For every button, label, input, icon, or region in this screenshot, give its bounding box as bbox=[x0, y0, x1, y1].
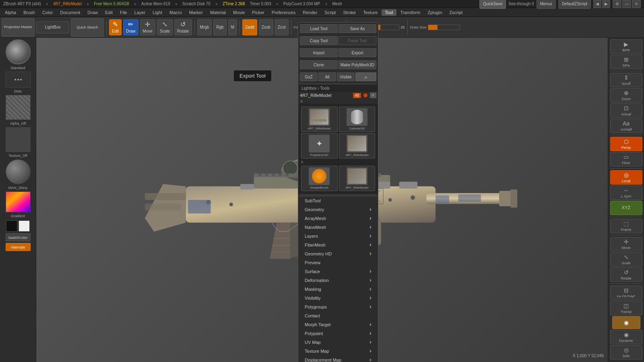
draw-size-slider[interactable] bbox=[428, 25, 460, 30]
export-button[interactable]: Export bbox=[339, 48, 376, 57]
thumb-polymesh[interactable]: ✦ PolyMesh3D bbox=[301, 133, 338, 158]
persp-button[interactable]: ⬡ Persp bbox=[610, 137, 642, 151]
tool-menu-item-texture-map[interactable]: Texture Map bbox=[298, 347, 378, 356]
transp-button[interactable]: ◫ Transp bbox=[610, 301, 642, 315]
switch-color-button[interactable]: SwitchColor bbox=[6, 233, 31, 241]
texture-preview[interactable] bbox=[6, 127, 31, 152]
scale-right-button[interactable]: ⤡ Scale bbox=[610, 252, 642, 267]
save-as-button[interactable]: Save As bbox=[339, 24, 376, 33]
tool-menu-item-masking[interactable]: Masking bbox=[298, 285, 378, 294]
xyz-button[interactable]: XYZ bbox=[610, 201, 642, 215]
tool-menu-item-surface[interactable]: Surface bbox=[298, 267, 378, 276]
menu-tool[interactable]: Tool bbox=[382, 9, 396, 16]
menu-marker[interactable]: Marker bbox=[186, 9, 206, 16]
nav-left-button[interactable]: ◀ bbox=[593, 0, 601, 8]
solo-button[interactable]: ◎ Solo bbox=[610, 345, 642, 360]
color-swatch[interactable] bbox=[6, 191, 31, 212]
goz-button[interactable]: GoZ bbox=[300, 72, 318, 81]
tool-menu-item-displacement-map[interactable]: Displacement Map bbox=[298, 356, 378, 362]
tool-menu-item-nanomesh[interactable]: NanoMesh bbox=[298, 223, 378, 232]
thumb-cylinder[interactable]: Cylinder3D bbox=[339, 107, 376, 132]
tool-menu-item-subtool[interactable]: SubTool bbox=[298, 196, 378, 205]
tool-menu-item-visibility[interactable]: Visibility bbox=[298, 294, 378, 302]
quicksave-button[interactable]: QuickSave bbox=[479, 0, 506, 9]
move-right-button[interactable]: ✛ Move bbox=[610, 237, 642, 251]
white-swatch[interactable] bbox=[19, 220, 30, 232]
tool-menu-item-polypaint[interactable]: Polypaint bbox=[298, 329, 378, 338]
menu-movie[interactable]: Movie bbox=[230, 9, 248, 16]
scroll-button[interactable]: ⇕ Scroll bbox=[610, 73, 642, 87]
thumb-simplebrush[interactable]: SimpleBrush bbox=[301, 166, 338, 191]
tool-menu-item-fibermesh[interactable]: FiberMesh bbox=[298, 241, 378, 249]
default-zscript-button[interactable]: DefaultZScript bbox=[558, 0, 591, 9]
thumb-rifle-1[interactable]: 4R7_RifleModel bbox=[301, 107, 338, 132]
menu-edit[interactable]: Edit bbox=[102, 9, 116, 16]
menu-render[interactable]: Render bbox=[299, 9, 320, 16]
zoom-button[interactable]: ⊕ Zoom bbox=[610, 88, 642, 103]
ins-fill-button[interactable]: ⊟ Ins Fill PolyF bbox=[610, 286, 642, 300]
alternate-button[interactable]: Alternate bbox=[6, 243, 31, 251]
lightbox-button[interactable]: LightBox bbox=[36, 21, 69, 33]
frame-button[interactable]: ⬚ Frame bbox=[610, 219, 642, 233]
settings-button[interactable]: ⚙ bbox=[613, 0, 621, 8]
close-button[interactable]: ✕ bbox=[632, 0, 641, 8]
menu-zplugin[interactable]: Zplugin bbox=[424, 9, 445, 16]
local-button[interactable]: ◎ Local bbox=[610, 170, 642, 185]
menu-layer[interactable]: Layer bbox=[131, 9, 149, 16]
tool-menu-item-contact[interactable]: Contact bbox=[298, 311, 378, 320]
brush-stroke-preview[interactable] bbox=[6, 72, 31, 88]
m-button[interactable]: M bbox=[228, 19, 237, 35]
nav-right-button[interactable]: ▶ bbox=[602, 0, 610, 8]
tool-menu-item-polygroups[interactable]: Polygroups bbox=[298, 302, 378, 311]
spix-button[interactable]: ⊞ SPix bbox=[610, 55, 642, 69]
menus-button[interactable]: Menus bbox=[537, 0, 556, 9]
tool-menu-item-uv-map[interactable]: UV Map bbox=[298, 338, 378, 347]
zsub-button[interactable]: Zsub bbox=[259, 19, 273, 35]
draw-button[interactable]: ✏ Draw bbox=[123, 19, 138, 35]
menu-material[interactable]: Material bbox=[207, 9, 229, 16]
rotate-right-button[interactable]: ↺ Rotate bbox=[610, 267, 642, 282]
tool-menu-item-layers[interactable]: Layers bbox=[298, 232, 378, 241]
minimize-button[interactable]: — bbox=[622, 0, 631, 8]
black-swatch[interactable] bbox=[6, 220, 17, 232]
projection-master-button[interactable]: Projection Master bbox=[2, 18, 35, 37]
paste-tool-button[interactable]: Paste Tool bbox=[339, 36, 376, 45]
dynamic-button[interactable]: ◉ Dynamic bbox=[610, 330, 642, 344]
import-button[interactable]: Import bbox=[300, 48, 338, 57]
tool-menu-item-morph-target[interactable]: Morph Target bbox=[298, 320, 378, 329]
tool-menu-item-geometry[interactable]: Geometry bbox=[298, 205, 378, 214]
scale-button[interactable]: ⤡ Scale bbox=[157, 19, 173, 35]
rgb-button[interactable]: Rgb bbox=[213, 19, 226, 35]
r-badge-button[interactable]: R bbox=[355, 72, 376, 81]
menu-texture[interactable]: Texture bbox=[360, 9, 381, 16]
alpha-preview[interactable] bbox=[6, 95, 31, 120]
mrgb-button[interactable]: Mrgb bbox=[197, 19, 212, 35]
thumb-rifle-3[interactable]: 4R7_RifleModel bbox=[339, 166, 376, 191]
tool-menu-item-geometry-hd[interactable]: Geometry HD bbox=[298, 249, 378, 258]
edit-button[interactable]: ✎ Edit bbox=[109, 19, 122, 35]
material-preview[interactable] bbox=[6, 159, 31, 184]
menu-color[interactable]: Color bbox=[39, 9, 56, 16]
visible-button[interactable]: Visible bbox=[337, 72, 355, 81]
load-tool-button[interactable]: Load Tool bbox=[300, 24, 338, 33]
thumb-rifle-2[interactable]: 4R7_RifleModel bbox=[339, 133, 376, 158]
zadd-button[interactable]: Zadd bbox=[242, 19, 257, 35]
menu-zscript[interactable]: Zscript bbox=[446, 9, 466, 16]
menu-script[interactable]: Script bbox=[321, 9, 339, 16]
menu-transform[interactable]: Transform bbox=[397, 9, 424, 16]
menu-file[interactable]: File bbox=[117, 9, 130, 16]
menu-preferences[interactable]: Preferences bbox=[268, 9, 299, 16]
clone-button[interactable]: Clone bbox=[300, 60, 338, 69]
bpr-button[interactable]: ▶ BPR bbox=[610, 39, 642, 54]
tool-menu-item-deformation[interactable]: Deformation bbox=[298, 276, 378, 285]
copy-tool-button[interactable]: Copy Tool bbox=[300, 36, 338, 45]
menu-alpha[interactable]: Alpha bbox=[2, 9, 19, 16]
menu-light[interactable]: Light bbox=[149, 9, 165, 16]
actual-button[interactable]: ⊡ Actual bbox=[610, 103, 642, 118]
rotate-button[interactable]: ↺ Rotate bbox=[174, 19, 192, 35]
make-polymesh-button[interactable]: Make PolyMesh3D bbox=[339, 60, 376, 69]
menu-document[interactable]: Document bbox=[57, 9, 83, 16]
menu-draw[interactable]: Draw bbox=[84, 9, 101, 16]
menu-macro[interactable]: Macro bbox=[166, 9, 185, 16]
menu-stroke[interactable]: Stroke bbox=[340, 9, 359, 16]
